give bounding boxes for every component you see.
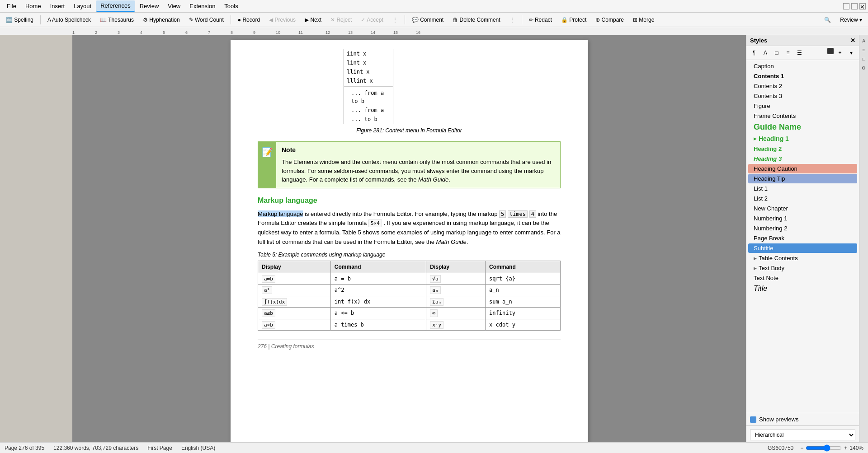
style-item-new-chapter[interactable]: New Chapter (748, 204, 857, 213)
menu-layout[interactable]: Layout (69, 1, 96, 11)
accept-button[interactable]: ✓ Accept (357, 15, 387, 24)
page-style-btn[interactable]: ≡ (783, 48, 793, 58)
style-item-numbering2[interactable]: Numbering 2 (748, 224, 857, 233)
toolbar-sep1 (40, 15, 41, 24)
style-item-table-contents[interactable]: ▶ Table Contents (748, 253, 857, 263)
table-cell-command: a times b (330, 319, 426, 331)
redact-button[interactable]: ✏ Redact (525, 15, 556, 24)
merge-button[interactable]: ⊞ Merge (629, 15, 658, 24)
wordcount-button[interactable]: ✎ Word Count (185, 15, 227, 24)
style-item-contents2[interactable]: Contents 2 (748, 81, 857, 91)
formula-item-lint[interactable]: lint x (344, 58, 393, 67)
formula-item-from-a-to-b[interactable]: ... from a to b (344, 89, 393, 106)
hierarchical-dropdown[interactable]: Hierarchical (750, 430, 855, 440)
footer-text: 276 | Creating formulas (258, 343, 314, 350)
style-item-heading1[interactable]: ▶ Heading 1 (748, 134, 857, 144)
review-dropdown-button[interactable]: Review ▾ (836, 15, 866, 24)
style-label-frame-contents: Frame Contents (754, 112, 796, 119)
note-title: Note (282, 145, 555, 155)
styles-more-btn[interactable]: ▾ (846, 48, 856, 58)
right-tool-3[interactable]: □ (860, 55, 868, 62)
formula-item-iint[interactable]: iint x (344, 49, 393, 58)
delete-comment-button[interactable]: 🗑 Delete Comment (449, 15, 504, 24)
formula-item-from-a[interactable]: ... from a (344, 106, 393, 115)
style-item-title[interactable]: Title (748, 283, 857, 294)
status-bar: Page 276 of 395 122,360 words, 703,729 c… (0, 442, 868, 453)
search-icon[interactable]: 🔍 (821, 15, 835, 24)
window-close[interactable]: ✕ (859, 3, 866, 9)
ruler-content: 1 2 3 4 5 6 7 8 9 10 11 12 13 14 15 16 (72, 27, 773, 35)
zoom-in-icon[interactable]: + (844, 445, 847, 451)
thesaurus-button[interactable]: 📖 Thesaurus (96, 15, 137, 24)
style-label-title: Title (754, 285, 767, 293)
styles-color-dark[interactable] (827, 48, 834, 54)
right-tool-2[interactable]: ≡ (860, 46, 868, 53)
menu-insert[interactable]: Insert (46, 1, 70, 11)
style-label-heading3: Heading 3 (754, 155, 782, 162)
style-label-contents3: Contents 3 (754, 93, 782, 99)
ruler-mark-14: 14 (371, 30, 375, 35)
style-item-list1[interactable]: List 1 (748, 184, 857, 193)
style-item-contents1[interactable]: Contents 1 (748, 71, 857, 81)
style-item-heading2[interactable]: Heading 2 (748, 144, 857, 154)
comment-button[interactable]: 💬 Comment (408, 15, 447, 24)
review-toolbar: 🔤 Spelling A Auto Spellcheck 📖 Thesaurus… (0, 13, 868, 27)
toolbar-extra[interactable]: ⋮ (506, 15, 519, 24)
close-icon[interactable]: ✕ (850, 37, 855, 44)
formula-context-menu[interactable]: iint x lint x llint x lllint x ... from … (344, 49, 393, 124)
hyphenation-button[interactable]: ⚙ Hyphenation (139, 15, 184, 24)
zoom-slider[interactable] (806, 444, 842, 452)
formula-item-lllint[interactable]: lllint x (344, 76, 393, 85)
style-item-list2[interactable]: List 2 (748, 194, 857, 203)
style-item-text-note[interactable]: Text Note (748, 273, 857, 283)
style-item-heading-caution[interactable]: Heading Caution (748, 164, 857, 173)
styles-add-btn[interactable]: + (835, 48, 845, 58)
frame-style-btn[interactable]: □ (772, 48, 782, 58)
right-tool-1[interactable]: A (860, 37, 868, 44)
style-item-heading3[interactable]: Heading 3 (748, 154, 857, 163)
formula-item-llint[interactable]: llint x (344, 67, 393, 76)
style-item-caption[interactable]: Caption (748, 61, 857, 71)
zoom-out-icon[interactable]: − (800, 445, 803, 451)
char-style-btn[interactable]: A (760, 48, 770, 58)
menu-home[interactable]: Home (21, 1, 46, 11)
reject-button[interactable]: ✕ Reject (327, 15, 355, 24)
style-item-frame-contents[interactable]: Frame Contents (748, 111, 857, 121)
note-icon: 📝 (258, 142, 276, 188)
formula-5x4: 5×4 (368, 219, 382, 227)
compare-button[interactable]: ⊕ Compare (592, 15, 627, 24)
menu-file[interactable]: File (2, 1, 21, 11)
style-item-guide-name[interactable]: Guide Name (748, 121, 857, 133)
menu-references[interactable]: References (96, 0, 135, 12)
show-previews-label[interactable]: Show previews (759, 416, 798, 423)
right-tool-4[interactable]: ⚙ (860, 64, 868, 71)
table-row: a≤b a <= b ∞ infinity (258, 308, 561, 319)
formula-item-to-b[interactable]: ... to b (344, 115, 393, 124)
menu-tools[interactable]: Tools (220, 1, 242, 11)
style-item-page-break[interactable]: Page Break (748, 234, 857, 243)
record-button[interactable]: ● Record (234, 15, 264, 24)
next-button[interactable]: ▶ Next (301, 15, 325, 24)
style-label-subtitle: Subtitle (754, 245, 773, 252)
table-cell-command: a <= b (330, 308, 426, 319)
autospellcheck-button[interactable]: A Auto Spellcheck (44, 15, 94, 24)
more-button[interactable]: ⋮ (389, 15, 401, 24)
window-minimize[interactable] (843, 3, 849, 9)
list-style-btn[interactable]: ☰ (794, 48, 804, 58)
spelling-button[interactable]: 🔤 Spelling (2, 15, 37, 24)
document-area[interactable]: iint x lint x llint x lllint x ... from … (72, 35, 746, 442)
paragraph-style-btn[interactable]: ¶ (749, 48, 759, 58)
style-item-figure[interactable]: Figure (748, 101, 857, 111)
protect-button[interactable]: 🔒 Protect (557, 15, 590, 24)
style-item-heading-tip[interactable]: Heading Tip (748, 174, 857, 183)
style-item-contents3[interactable]: Contents 3 (748, 91, 857, 101)
menu-review[interactable]: Review (135, 1, 164, 11)
previous-button[interactable]: ◀ Previous (265, 15, 299, 24)
style-item-subtitle[interactable]: Subtitle (748, 243, 857, 253)
style-item-text-body[interactable]: ▶ Text Body (748, 263, 857, 273)
table-cell-display2: aₙ (426, 285, 486, 296)
menu-view[interactable]: View (163, 1, 185, 11)
style-item-numbering1[interactable]: Numbering 1 (748, 214, 857, 223)
window-maximize[interactable] (851, 3, 858, 9)
menu-extension[interactable]: Extension (185, 1, 220, 11)
